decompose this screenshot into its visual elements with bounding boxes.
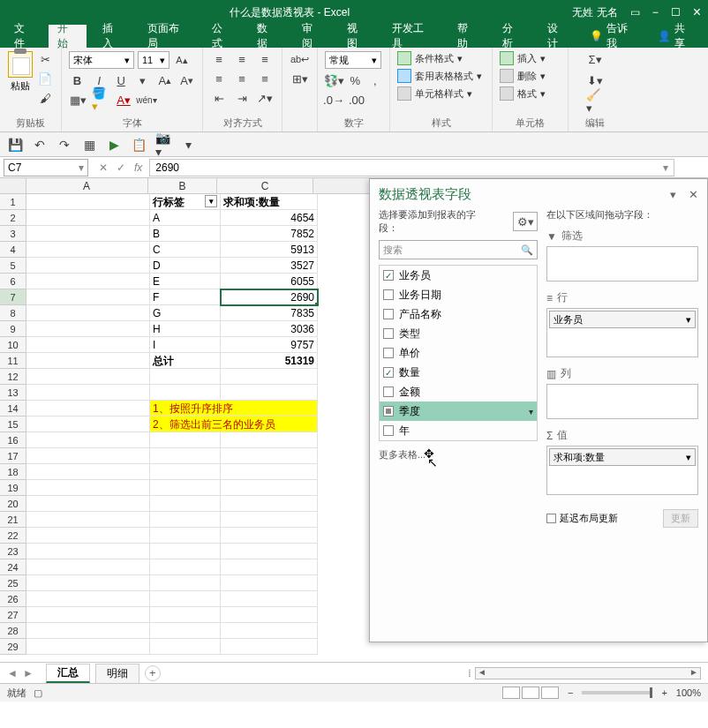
row-header-11[interactable]: 11 bbox=[0, 353, 26, 369]
field-item-type[interactable]: 类型 bbox=[380, 324, 537, 343]
cell[interactable] bbox=[26, 242, 150, 258]
cell[interactable] bbox=[26, 274, 150, 289]
cell[interactable] bbox=[26, 512, 150, 528]
pivot-row-value[interactable]: 7852 bbox=[221, 226, 318, 242]
phonetic-button[interactable]: wén▾ bbox=[138, 92, 155, 108]
tab-formulas[interactable]: 公式 bbox=[203, 25, 241, 48]
more-tables-link[interactable]: 更多表格... bbox=[379, 448, 538, 462]
values-drop-area[interactable]: 求和项:数量▾ bbox=[546, 446, 698, 495]
align-center-button[interactable]: ≡ bbox=[233, 71, 251, 86]
page-layout-view-button[interactable] bbox=[522, 687, 539, 699]
cell[interactable] bbox=[26, 210, 150, 226]
row-header-18[interactable]: 18 bbox=[0, 464, 26, 480]
row-header-9[interactable]: 9 bbox=[0, 321, 26, 337]
pivot-row-key[interactable]: C bbox=[150, 242, 221, 258]
border-button[interactable]: ▾ bbox=[134, 72, 151, 88]
field-search-input[interactable]: 搜索 🔍 bbox=[379, 240, 538, 259]
tab-review[interactable]: 审阅 bbox=[293, 25, 331, 48]
tab-insert[interactable]: 插入 bbox=[94, 25, 132, 48]
underline-button[interactable]: U bbox=[113, 72, 130, 88]
field-item-year[interactable]: 年 bbox=[380, 421, 537, 440]
user-name[interactable]: 无姓 无名 bbox=[572, 5, 617, 20]
row-header-5[interactable]: 5 bbox=[0, 258, 26, 274]
format-as-table-button[interactable]: 套用表格格式▾ bbox=[397, 69, 485, 83]
row-header-20[interactable]: 20 bbox=[0, 496, 26, 512]
cell[interactable] bbox=[150, 448, 221, 464]
paste-button[interactable]: 粘贴 bbox=[7, 51, 33, 106]
cell[interactable] bbox=[26, 591, 150, 607]
tab-developer[interactable]: 开发工具 bbox=[383, 25, 441, 48]
increase-font-icon[interactable]: A▴ bbox=[173, 52, 191, 68]
field-item-quantity[interactable]: 数量 bbox=[380, 363, 537, 382]
tab-design[interactable]: 设计 bbox=[539, 25, 576, 48]
font-name-select[interactable]: 宋体▾ bbox=[69, 51, 134, 69]
row-header-28[interactable]: 28 bbox=[0, 623, 26, 639]
row-header-22[interactable]: 22 bbox=[0, 528, 26, 544]
borders-button[interactable]: ▦▾ bbox=[69, 92, 87, 108]
tell-me[interactable]: 💡告诉我 bbox=[583, 21, 643, 51]
pivot-row-key[interactable]: A bbox=[150, 210, 221, 226]
pivot-row-key[interactable]: I bbox=[150, 337, 221, 353]
tab-view[interactable]: 视图 bbox=[338, 25, 376, 48]
tab-analyze[interactable]: 分析 bbox=[493, 25, 531, 48]
row-header-6[interactable]: 6 bbox=[0, 274, 26, 289]
cell[interactable] bbox=[26, 480, 150, 496]
row-header-12[interactable]: 12 bbox=[0, 369, 26, 385]
cell[interactable] bbox=[150, 607, 221, 623]
select-all-corner[interactable] bbox=[0, 178, 26, 193]
pane-tools-button[interactable]: ⚙▾ bbox=[513, 212, 538, 231]
pivot-row-value[interactable]: 3036 bbox=[221, 321, 318, 337]
row-header-24[interactable]: 24 bbox=[0, 559, 26, 575]
row-field-pill[interactable]: 业务员▾ bbox=[549, 311, 696, 328]
cell[interactable] bbox=[26, 607, 150, 623]
sheet-nav-prev[interactable]: ◄ bbox=[7, 667, 18, 679]
cell[interactable] bbox=[221, 369, 318, 385]
cell[interactable] bbox=[26, 401, 150, 417]
cell[interactable] bbox=[26, 321, 150, 337]
pivot-row-key[interactable]: B bbox=[150, 226, 221, 242]
row-header-2[interactable]: 2 bbox=[0, 210, 26, 226]
cell[interactable] bbox=[150, 639, 221, 655]
cut-button[interactable]: ✂ bbox=[36, 51, 54, 67]
sheet-tab-summary[interactable]: 汇总 bbox=[46, 664, 90, 683]
note-1[interactable]: 1、按照升序排序 bbox=[150, 401, 318, 417]
cell[interactable] bbox=[26, 337, 150, 353]
pivot-row-value[interactable]: 5913 bbox=[221, 242, 318, 258]
fill-button[interactable]: ⬇▾ bbox=[586, 72, 604, 88]
update-button[interactable]: 更新 bbox=[663, 509, 698, 528]
field-item-quarter[interactable]: 季度▾ bbox=[380, 402, 537, 421]
qat-button-4[interactable]: 📷▾ bbox=[155, 137, 171, 153]
cell[interactable] bbox=[150, 559, 221, 575]
field-item-date[interactable]: 业务日期 bbox=[380, 285, 537, 304]
formula-input[interactable]: 2690▾ bbox=[149, 159, 674, 176]
ribbon-display-icon[interactable]: ▭ bbox=[630, 6, 640, 19]
fill-color-button[interactable]: 🪣▾ bbox=[92, 92, 109, 108]
qat-button-2[interactable]: ▶ bbox=[106, 137, 122, 153]
pivot-row-value[interactable]: 7835 bbox=[221, 305, 318, 321]
redo-button[interactable]: ↷ bbox=[56, 137, 72, 153]
cell[interactable] bbox=[221, 464, 318, 480]
cell[interactable] bbox=[26, 559, 150, 575]
cell[interactable] bbox=[150, 496, 221, 512]
cell[interactable] bbox=[26, 432, 150, 448]
cell[interactable] bbox=[26, 464, 150, 480]
maximize-button[interactable]: ☐ bbox=[671, 6, 681, 19]
cell[interactable] bbox=[26, 639, 150, 655]
pivot-row-label[interactable]: 行标签▾ bbox=[150, 194, 221, 210]
cell[interactable] bbox=[221, 575, 318, 591]
row-header-7[interactable]: 7 bbox=[0, 289, 26, 305]
col-header-B[interactable]: B bbox=[148, 178, 218, 193]
row-header-10[interactable]: 10 bbox=[0, 337, 26, 353]
tab-help[interactable]: 帮助 bbox=[448, 25, 486, 48]
cell[interactable] bbox=[26, 623, 150, 639]
normal-view-button[interactable] bbox=[502, 687, 520, 699]
cell[interactable] bbox=[26, 575, 150, 591]
decrease-indent-button[interactable]: ⇤ bbox=[210, 90, 228, 106]
note-2[interactable]: 2、筛选出前三名的业务员 bbox=[150, 417, 318, 432]
cell[interactable] bbox=[221, 591, 318, 607]
cell[interactable] bbox=[150, 432, 221, 448]
align-bottom-button[interactable]: ≡ bbox=[256, 51, 274, 67]
qat-button-3[interactable]: 📋 bbox=[131, 137, 147, 153]
cell[interactable] bbox=[221, 607, 318, 623]
insert-cells-button[interactable]: 插入▾ bbox=[500, 51, 561, 65]
